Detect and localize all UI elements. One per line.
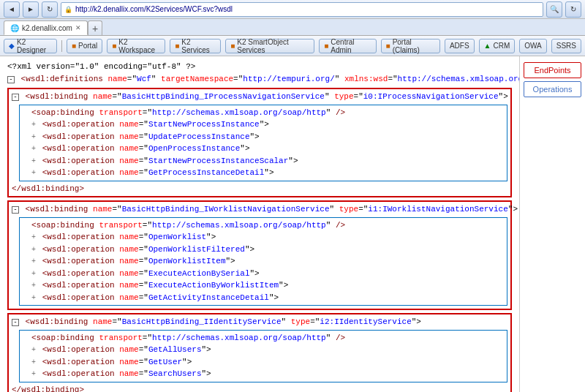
expand-op-2-1[interactable]: + bbox=[31, 232, 36, 243]
op-1-5: + <wsdl:operation name="GetProcessInstan… bbox=[23, 167, 504, 179]
portal-claims-icon: ■ bbox=[386, 42, 390, 50]
content-area: <?xml version="1.0" encoding="utf-8" ?> … bbox=[0, 56, 585, 392]
expand-op-1-1[interactable]: + bbox=[31, 119, 36, 130]
tab-favicon: 🌐 bbox=[10, 24, 19, 32]
owa-btn[interactable]: OWA bbox=[519, 39, 547, 53]
soap-binding-3: <soap:binding transport="http://schemas.… bbox=[23, 332, 504, 344]
op-2-4: + <wsdl:operation name="ExecuteActionByS… bbox=[23, 268, 504, 280]
binding-1-close: </wsdl:binding> bbox=[12, 183, 507, 195]
k2-designer-btn[interactable]: ◆ K2 Designer bbox=[4, 39, 57, 53]
new-tab-button[interactable]: + bbox=[88, 20, 102, 35]
expand-op-1-4[interactable]: + bbox=[31, 156, 36, 167]
expand-op-1-2[interactable]: + bbox=[31, 132, 36, 143]
central-admin-icon: ■ bbox=[324, 42, 328, 50]
binding-2-inner: <soap:binding transport="http://schemas.… bbox=[19, 217, 507, 306]
address-text: http://k2.denallix.com/K2Services/WCF.sv… bbox=[75, 5, 233, 13]
op-2-2: + <wsdl:operation name="OpenWorklistFilt… bbox=[23, 244, 504, 256]
op-2-5: + <wsdl:operation name="ExecuteActionByW… bbox=[23, 279, 504, 292]
reload-button[interactable]: ↻ bbox=[42, 1, 58, 18]
binding-3-inner: <soap:binding transport="http://schemas.… bbox=[19, 330, 507, 382]
services-icon: ■ bbox=[175, 42, 179, 50]
portal-icon: ■ bbox=[72, 42, 76, 50]
collapse-binding-1[interactable]: - bbox=[12, 94, 19, 101]
collapse-binding-3[interactable]: - bbox=[12, 319, 19, 326]
tab-bar: 🌐 k2.denallix.com ✕ + bbox=[0, 19, 585, 35]
definitions-tag: - <wsdl:definitions name="Wcf" targetNam… bbox=[7, 73, 512, 86]
expand-op-2-2[interactable]: + bbox=[31, 244, 36, 255]
soap-binding-2: <soap:binding transport="http://schemas.… bbox=[23, 219, 504, 232]
binding-1-tag: - <wsdl:binding name="BasicHttpBinding_I… bbox=[12, 91, 507, 103]
expand-op-3-3[interactable]: + bbox=[31, 369, 36, 380]
tab-label: k2.denallix.com bbox=[22, 24, 72, 32]
op-3-1: + <wsdl:operation name="GetAllUsers"> bbox=[23, 344, 504, 356]
smartobject-icon: ■ bbox=[230, 42, 235, 50]
sidebar: EndPoints Operations bbox=[519, 56, 585, 392]
op-2-1: + <wsdl:operation name="OpenWorklist"> bbox=[23, 231, 504, 244]
k2workspace-btn[interactable]: ■ K2 Workspace bbox=[107, 39, 165, 53]
collapse-definitions[interactable]: - bbox=[7, 76, 15, 83]
search-button[interactable]: 🔍 bbox=[546, 1, 562, 18]
binding-block-1: - <wsdl:binding name="BasicHttpBinding_I… bbox=[7, 88, 512, 197]
expand-op-1-3[interactable]: + bbox=[31, 143, 36, 154]
active-tab[interactable]: 🌐 k2.denallix.com ✕ bbox=[4, 20, 88, 35]
adfs-btn[interactable]: ADFS bbox=[445, 39, 475, 53]
expand-op-3-1[interactable]: + bbox=[31, 344, 36, 355]
op-3-2: + <wsdl:operation name="GetUser"> bbox=[23, 356, 504, 369]
binding-3-close: </wsdl:binding> bbox=[12, 384, 507, 393]
operations-button[interactable]: Operations bbox=[524, 81, 581, 97]
soap-binding-1: <soap:binding transport="http://schemas.… bbox=[23, 107, 504, 119]
expand-op-1-5[interactable]: + bbox=[31, 167, 36, 178]
binding-3-tag: - <wsdl:binding name="BasicHttpBinding_I… bbox=[12, 316, 507, 328]
address-icon: 🔒 bbox=[64, 6, 72, 13]
binding-1-inner: <soap:binding transport="http://schemas.… bbox=[19, 105, 507, 181]
toolbar-divider-1 bbox=[61, 40, 62, 52]
central-admin-btn[interactable]: ■ Central Admin bbox=[319, 39, 376, 53]
op-3-3: + <wsdl:operation name="SearchUsers"> bbox=[23, 368, 504, 380]
address-bar[interactable]: 🔒 http://k2.denallix.com/K2Services/WCF.… bbox=[61, 2, 543, 17]
refresh-button[interactable]: ↻ bbox=[565, 1, 581, 18]
op-1-2: + <wsdl:operation name="UpdateProcessIns… bbox=[23, 131, 504, 143]
endpoints-button[interactable]: EndPoints bbox=[524, 62, 581, 78]
crm-icon: ▲ bbox=[484, 42, 491, 50]
ssrs-btn[interactable]: SSRS bbox=[551, 39, 581, 53]
binding-2-tag: - <wsdl:binding name="BasicHttpBinding_I… bbox=[12, 203, 507, 216]
toolbar: ◆ K2 Designer ■ Portal ■ K2 Workspace ■ … bbox=[0, 36, 585, 56]
k2smartobject-btn[interactable]: ■ K2 SmartObject Services bbox=[225, 39, 314, 53]
back-button[interactable]: ◄ bbox=[4, 1, 20, 18]
op-2-6: + <wsdl:operation name="GetActivityInsta… bbox=[23, 292, 504, 304]
crm-btn[interactable]: ▲ CRM bbox=[479, 39, 516, 53]
xml-declaration: <?xml version="1.0" encoding="utf-8" ?> bbox=[7, 61, 512, 73]
op-1-3: + <wsdl:operation name="OpenProcessInsta… bbox=[23, 143, 504, 155]
expand-op-2-6[interactable]: + bbox=[31, 293, 36, 304]
op-1-4: + <wsdl:operation name="StartNewProcessI… bbox=[23, 155, 504, 167]
k2services-btn[interactable]: ■ K2 Services bbox=[170, 39, 221, 53]
workspace-icon: ■ bbox=[112, 42, 116, 50]
expand-op-2-4[interactable]: + bbox=[31, 268, 36, 279]
portal-btn[interactable]: ■ Portal bbox=[67, 39, 102, 53]
op-1-1: + <wsdl:operation name="StartNewProcessI… bbox=[23, 118, 504, 131]
collapse-binding-2[interactable]: - bbox=[12, 206, 19, 214]
xml-viewer[interactable]: <?xml version="1.0" encoding="utf-8" ?> … bbox=[0, 56, 519, 392]
expand-op-2-5[interactable]: + bbox=[31, 280, 36, 291]
binding-block-3: - <wsdl:binding name="BasicHttpBinding_I… bbox=[7, 313, 512, 392]
forward-button[interactable]: ► bbox=[23, 1, 39, 18]
op-2-3: + <wsdl:operation name="OpenWorklistItem… bbox=[23, 255, 504, 268]
binding-block-2: - <wsdl:binding name="BasicHttpBinding_I… bbox=[7, 200, 512, 310]
k2-designer-icon: ◆ bbox=[9, 42, 15, 50]
tab-close-button[interactable]: ✕ bbox=[75, 24, 81, 31]
expand-op-2-3[interactable]: + bbox=[31, 256, 36, 267]
expand-op-3-2[interactable]: + bbox=[31, 357, 36, 368]
portal-claims-btn[interactable]: ■ Portal (Claims) bbox=[381, 39, 440, 53]
